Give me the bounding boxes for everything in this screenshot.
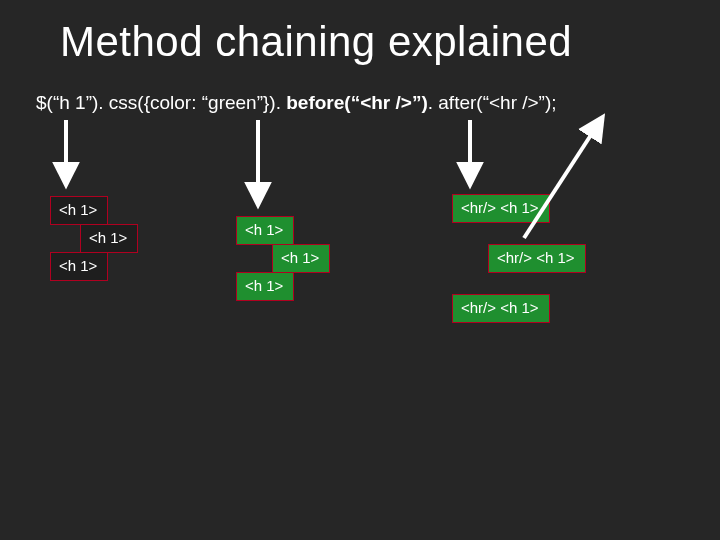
h1-box-b2: <h 1> <box>272 244 330 273</box>
hr-h1-box-c3: <hr/> <h 1> <box>452 294 550 323</box>
h1-box-a2: <h 1> <box>80 224 138 253</box>
code-seg-2: . after(“<hr />”); <box>428 92 557 113</box>
code-bold: before(“<hr />”) <box>286 92 427 113</box>
hr-h1-box-c2: <hr/> <h 1> <box>488 244 586 273</box>
h1-box-a1: <h 1> <box>50 196 108 225</box>
code-line: $(“h 1”). css({color: “green”}). before(… <box>36 92 557 114</box>
code-seg-1: $(“h 1”). css({color: “green”}). <box>36 92 286 113</box>
hr-h1-box-c1: <hr/> <h 1> <box>452 194 550 223</box>
h1-box-b1: <h 1> <box>236 216 294 245</box>
slide-title: Method chaining explained <box>60 18 572 66</box>
h1-box-b3: <h 1> <box>236 272 294 301</box>
h1-box-a3: <h 1> <box>50 252 108 281</box>
